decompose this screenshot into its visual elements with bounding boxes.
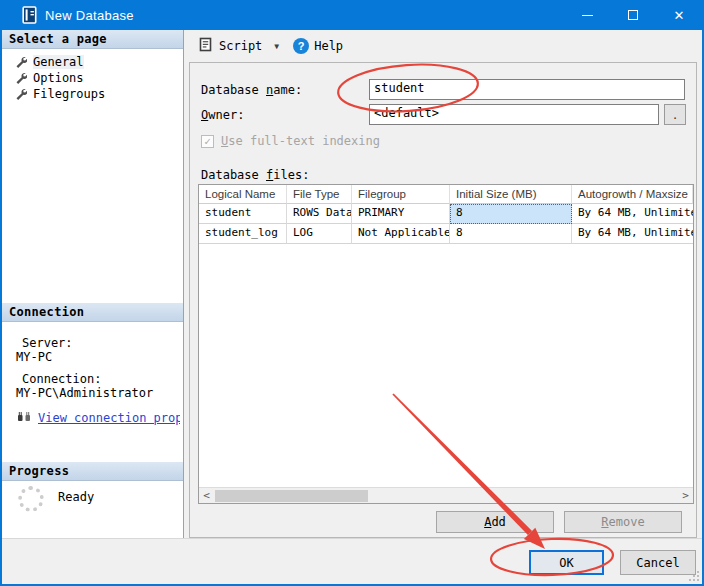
remove-button: Remove (564, 511, 682, 533)
progress-header: Progress (2, 462, 183, 481)
scroll-left-icon[interactable]: < (199, 488, 214, 503)
sidebar-item-label: Options (33, 71, 84, 85)
scrollbar-thumb[interactable] (215, 490, 368, 502)
ok-button[interactable]: OK (529, 550, 604, 575)
scroll-right-icon[interactable]: > (678, 488, 693, 503)
server-label: Server: (16, 336, 183, 350)
wrench-icon (15, 72, 27, 84)
add-button[interactable]: Add (436, 511, 554, 533)
maximize-icon (628, 10, 638, 20)
grid-cell[interactable]: PRIMARY (352, 204, 450, 224)
grid-cell-selected[interactable]: 8 (450, 204, 572, 224)
column-header[interactable]: Autogrowth / Maxsize (572, 185, 693, 204)
database-files-label: Database files: (201, 168, 309, 182)
fulltext-checkbox: ✓ (201, 135, 214, 148)
maximize-button[interactable] (610, 0, 656, 30)
footer: OK Cancel (2, 538, 702, 584)
grid-row-student: student ROWS Data PRIMARY 8 By 64 MB, Un… (199, 204, 693, 224)
help-label[interactable]: Help (314, 39, 343, 53)
new-database-dialog: New Database ✕ Select a page General (0, 0, 704, 586)
owner-label: Owner: (201, 108, 244, 122)
database-name-label: Database name: (201, 83, 302, 97)
owner-browse-button[interactable]: . (664, 104, 686, 125)
grid-cell[interactable]: By 64 MB, Unlimite (572, 204, 693, 224)
sidebar-item-label: General (33, 55, 84, 69)
connection-header: Connection (2, 303, 183, 322)
column-header[interactable]: File Type (287, 185, 352, 204)
view-connection-properties-link[interactable]: View connection properti (38, 411, 180, 425)
wrench-icon (15, 88, 27, 100)
script-icon (199, 37, 213, 55)
main-pane: Script ▼ ? Help Database name: student O… (184, 30, 702, 538)
script-label: Script (219, 39, 262, 53)
help-icon[interactable]: ? (293, 38, 309, 54)
progress-spinner-icon (18, 486, 44, 512)
resize-grip[interactable] (689, 571, 699, 581)
database-name-input[interactable]: student (369, 79, 685, 100)
general-page-panel: Database name: student Owner: <default> … (189, 62, 697, 538)
titlebar: New Database ✕ (2, 0, 702, 30)
progress-info: Ready (2, 486, 183, 512)
connection-info: Server: MY-PC Connection: MY-PC\Administ… (2, 327, 183, 426)
fulltext-checkbox-label: Use full-text indexing (221, 134, 380, 148)
script-button[interactable]: Script ▼ (195, 34, 283, 58)
column-header[interactable]: Filegroup (352, 185, 450, 204)
grid-cell[interactable]: 8 (450, 224, 572, 244)
select-a-page-header: Select a page (2, 30, 183, 49)
progress-status: Ready (58, 490, 94, 504)
sidebar-item-label: Filegroups (33, 87, 105, 101)
dialog-icon (22, 6, 37, 24)
grid-cell[interactable]: LOG (287, 224, 352, 244)
column-header[interactable]: Initial Size (MB) (450, 185, 572, 204)
grid-cell[interactable]: student (199, 204, 287, 224)
grid-cell[interactable]: ROWS Data (287, 204, 352, 224)
grid-header-row: Logical Name File Type Filegroup Initial… (199, 185, 693, 204)
window-title: New Database (45, 8, 564, 23)
sidebar-item-options[interactable]: Options (2, 70, 183, 86)
connection-label: Connection: (16, 372, 183, 386)
page-list: General Options Filegroups (2, 54, 183, 102)
sidebar-item-general[interactable]: General (2, 54, 183, 70)
toolbar: Script ▼ ? Help (184, 30, 702, 62)
minimize-icon (582, 15, 593, 16)
server-value: MY-PC (16, 350, 183, 364)
horizontal-scrollbar[interactable]: < > (199, 487, 693, 503)
grid-cell[interactable]: By 64 MB, Unlimite (572, 224, 693, 244)
database-files-grid: Logical Name File Type Filegroup Initial… (198, 184, 694, 504)
chevron-down-icon[interactable]: ▼ (274, 42, 279, 51)
sidebar-item-filegroups[interactable]: Filegroups (2, 86, 183, 102)
fulltext-indexing-row: ✓ Use full-text indexing (201, 134, 380, 148)
grid-cell[interactable]: student_log (199, 224, 287, 244)
close-icon: ✕ (674, 8, 685, 23)
connection-properties-icon (16, 410, 33, 426)
minimize-button[interactable] (564, 0, 610, 30)
close-button[interactable]: ✕ (656, 0, 702, 30)
grid-cell[interactable]: Not Applicable (352, 224, 450, 244)
grid-row-student-log: student_log LOG Not Applicable 8 By 64 M… (199, 224, 693, 244)
column-header[interactable]: Logical Name (199, 185, 287, 204)
wrench-icon (15, 56, 27, 68)
connection-value: MY-PC\Administrator (16, 386, 183, 400)
sidebar: Select a page General Options (2, 30, 184, 538)
owner-input[interactable]: <default> (369, 104, 659, 125)
cancel-button[interactable]: Cancel (620, 550, 696, 575)
